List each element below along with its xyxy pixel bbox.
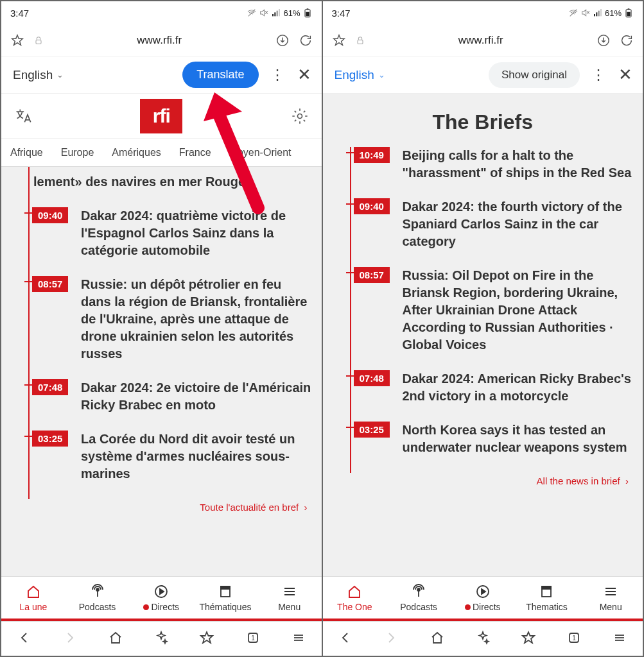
star-icon[interactable]	[10, 33, 24, 47]
brief-item[interactable]: 09:40 Dakar 2024: the fourth victory of …	[350, 198, 634, 267]
brief-item[interactable]: 09:40 Dakar 2024: quatrième victoire de …	[28, 207, 313, 276]
nav-menu[interactable]: Menu	[257, 577, 322, 619]
url-text[interactable]: www.rfi.fr	[53, 34, 266, 47]
svg-rect-38	[628, 8, 630, 9]
close-icon[interactable]: ✕	[296, 65, 315, 85]
brief-item[interactable]: lement» des navires en mer Rouge	[28, 167, 313, 207]
sparkle-button[interactable]	[153, 630, 169, 648]
url-bar: www.rfi.fr	[323, 24, 643, 56]
translate-button[interactable]: Translate	[182, 62, 258, 88]
svg-rect-12	[36, 40, 41, 44]
sparkle-button[interactable]	[475, 630, 491, 648]
status-time: 3:47	[332, 8, 351, 19]
translate-icon[interactable]	[14, 107, 32, 125]
brief-time: 07:48	[32, 379, 68, 395]
play-circle-icon	[475, 584, 491, 599]
brief-item[interactable]: 08:57 Russie: un dépôt pétrolier en feu …	[28, 276, 313, 379]
download-icon[interactable]	[275, 33, 290, 47]
brief-item[interactable]: 08:57 Russia: Oil Depot on Fire in the B…	[350, 267, 634, 370]
volume-off-icon	[580, 8, 591, 18]
nav-tab[interactable]: Europe	[61, 147, 94, 158]
main-content[interactable]: lement» des navires en mer Rouge 09:40 D…	[1, 167, 322, 576]
brief-item[interactable]: 10:49 Beijing calls for a halt to the "h…	[350, 147, 634, 198]
svg-rect-39	[358, 40, 363, 44]
status-bar: 3:47 61%	[1, 1, 322, 24]
star-icon[interactable]	[332, 33, 346, 47]
menu-button[interactable]	[612, 630, 627, 648]
hamburger-icon	[603, 584, 618, 599]
language-selector[interactable]: English ⌄	[13, 68, 64, 82]
close-icon[interactable]: ✕	[617, 65, 636, 85]
reload-icon[interactable]	[620, 33, 634, 47]
show-original-button[interactable]: Show original	[489, 62, 580, 88]
main-content[interactable]: The Briefs 10:49 Beijing calls for a hal…	[323, 94, 643, 576]
brief-time: 09:40	[32, 207, 68, 223]
nav-podcasts[interactable]: Podcasts	[387, 577, 451, 619]
nav-label: Thematics	[526, 602, 568, 612]
browser-bottom-nav: 1	[323, 621, 643, 656]
svg-rect-18	[221, 586, 230, 589]
back-button[interactable]	[338, 630, 353, 648]
brief-item[interactable]: 07:48 Dakar 2024: American Ricky Brabec'…	[350, 370, 634, 422]
nav-podcasts[interactable]: Podcasts	[65, 577, 130, 619]
brief-headline: Beijing calls for a halt to the "harassm…	[403, 147, 634, 182]
kebab-menu-icon[interactable]: ⋮	[585, 67, 612, 83]
nav-tab[interactable]: Amériques	[112, 147, 161, 158]
nav-label: La une	[19, 602, 47, 612]
nav-home[interactable]: La une	[1, 577, 65, 619]
rfi-logo[interactable]: rfi	[140, 99, 182, 133]
forward-button[interactable]	[62, 630, 78, 648]
svg-point-14	[297, 114, 302, 118]
hamburger-icon	[282, 584, 297, 599]
status-bar: 3:47 61%	[323, 1, 643, 24]
nav-thematics[interactable]: Thematics	[515, 577, 579, 619]
tabs-button[interactable]: 1	[245, 630, 261, 648]
brief-item[interactable]: 03:25 North Korea says it has tested an …	[350, 422, 634, 473]
more-link[interactable]: All the news in brief ›	[332, 473, 634, 486]
nav-thematics[interactable]: Thématiques	[193, 577, 257, 619]
url-text[interactable]: www.rfi.fr	[374, 34, 588, 47]
brief-item[interactable]: 03:25 La Corée du Nord dit avoir testé u…	[28, 431, 313, 499]
bookmark-button[interactable]	[199, 630, 214, 648]
nav-label: Podcasts	[79, 602, 116, 612]
bookmark-button[interactable]	[521, 630, 536, 648]
nav-tab[interactable]: Afrique	[10, 147, 43, 158]
download-icon[interactable]	[596, 33, 611, 47]
signal-icon	[593, 8, 603, 18]
brief-headline: Dakar 2024: the fourth victory of the Sp…	[403, 198, 634, 250]
nav-tab[interactable]: France	[179, 147, 211, 158]
nav-menu[interactable]: Menu	[579, 577, 643, 619]
more-link[interactable]: Toute l'actualité en bref ›	[10, 499, 313, 513]
lock-icon	[33, 35, 44, 46]
nav-directs[interactable]: Directs	[129, 577, 193, 619]
svg-rect-44	[542, 586, 551, 589]
tabs-button[interactable]: 1	[566, 630, 582, 648]
translate-bar: English ⌄ Show original ⋮ ✕	[323, 56, 643, 94]
nav-label: Menu	[600, 602, 622, 612]
svg-rect-11	[306, 8, 308, 9]
nav-label: Podcasts	[400, 602, 437, 612]
brief-headline: Dakar 2024: quatrième victoire de l'Espa…	[81, 207, 313, 259]
gear-icon[interactable]	[291, 107, 309, 125]
back-button[interactable]	[17, 630, 32, 648]
svg-point-15	[96, 588, 99, 591]
nav-label: Directs	[143, 602, 179, 612]
home-icon	[26, 584, 41, 599]
forward-button[interactable]	[383, 630, 399, 648]
battery-icon	[302, 8, 313, 18]
svg-rect-32	[594, 14, 595, 16]
svg-rect-33	[596, 12, 597, 16]
nav-tab[interactable]: Moyen-Orient	[229, 147, 292, 158]
home-button[interactable]	[430, 630, 445, 648]
nav-home[interactable]: The One	[323, 577, 387, 619]
reload-icon[interactable]	[299, 33, 313, 47]
nav-directs[interactable]: Directs	[451, 577, 515, 619]
brief-headline: lement» des navires en mer Rouge	[33, 173, 313, 191]
language-selector[interactable]: English ⌄	[335, 68, 385, 82]
kebab-menu-icon[interactable]: ⋮	[264, 67, 291, 83]
brief-time: 03:25	[354, 422, 390, 438]
menu-button[interactable]	[291, 630, 306, 648]
nav-label: Directs	[465, 602, 501, 612]
brief-item[interactable]: 07:48 Dakar 2024: 2e victoire de l'Améri…	[28, 379, 313, 431]
home-button[interactable]	[108, 630, 123, 648]
